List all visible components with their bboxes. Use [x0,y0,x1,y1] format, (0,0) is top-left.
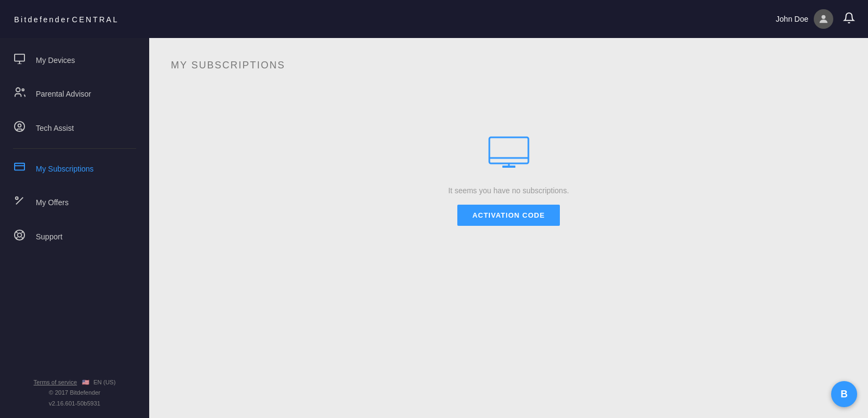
page-title: MY SUBSCRIPTIONS [171,60,846,71]
sidebar-footer: Terms of service 🇺🇸 EN (US) © 2017 Bitde… [0,369,149,418]
sidebar-item-label: Parental Advisor [36,90,91,98]
sidebar-item-tech-assist[interactable]: Tech Assist [0,111,149,145]
sidebar-item-parental-advisor[interactable]: Parental Advisor [0,77,149,111]
sidebar-item-my-offers[interactable]: My Offers [0,185,149,219]
empty-state-text: It seems you have no subscriptions. [448,186,569,195]
svg-line-17 [22,232,23,233]
layout: My Devices Parental Advisor [0,38,868,418]
chat-widget-label: B [841,389,848,400]
svg-point-13 [17,233,21,237]
subscriptions-icon [13,162,26,175]
user-name: John Doe [776,15,808,23]
svg-point-7 [18,124,21,127]
svg-rect-18 [489,137,528,163]
sidebar: My Devices Parental Advisor [0,38,149,418]
logo-brand: Bitdefender [14,15,71,24]
tag-icon [13,195,26,210]
terms-link[interactable]: Terms of service [34,379,77,385]
svg-line-14 [16,232,18,233]
sidebar-item-label: My Devices [36,56,75,65]
svg-rect-8 [15,163,24,170]
support-icon [13,229,26,244]
sidebar-divider [13,148,136,149]
svg-rect-1 [15,54,24,61]
svg-line-15 [22,237,23,239]
svg-point-5 [22,89,24,91]
sidebar-item-my-devices[interactable]: My Devices [0,43,149,77]
sidebar-nav: My Devices Parental Advisor [0,43,149,369]
flag-icon: 🇺🇸 [82,377,90,388]
svg-rect-22 [502,166,515,168]
logo: BitdefenderCENTRAL [13,14,119,25]
activation-code-button[interactable]: ACTIVATION CODE [457,205,560,226]
language-label: EN (US) [93,379,116,385]
sidebar-item-support[interactable]: Support [0,219,149,254]
sidebar-item-label: My Subscriptions [36,164,94,173]
empty-monitor-icon [487,136,531,176]
user-info: John Doe [776,9,833,29]
svg-point-0 [821,15,825,19]
header-right: John Doe [776,9,855,29]
svg-point-11 [16,197,18,200]
logo-sub: CENTRAL [72,15,119,24]
main-content: MY SUBSCRIPTIONS It seems you have no su… [149,38,868,418]
version: v2.16.601-50b5931 [13,398,136,409]
empty-state: It seems you have no subscriptions. ACTI… [171,136,846,226]
copyright: © 2017 Bitdefender [13,388,136,398]
sidebar-item-label: Support [36,232,62,241]
chat-widget[interactable]: B [831,381,857,407]
headset-icon [13,121,26,135]
sidebar-item-label: Tech Assist [36,124,74,132]
header: BitdefenderCENTRAL John Doe [0,0,868,38]
parental-icon [13,86,26,101]
avatar[interactable] [814,9,833,29]
svg-point-4 [16,88,20,92]
svg-line-16 [16,237,18,239]
svg-line-10 [16,198,23,205]
notification-bell-icon[interactable] [843,12,855,27]
sidebar-item-label: My Offers [36,198,68,207]
monitor-icon [13,53,26,67]
sidebar-item-my-subscriptions[interactable]: My Subscriptions [0,152,149,185]
